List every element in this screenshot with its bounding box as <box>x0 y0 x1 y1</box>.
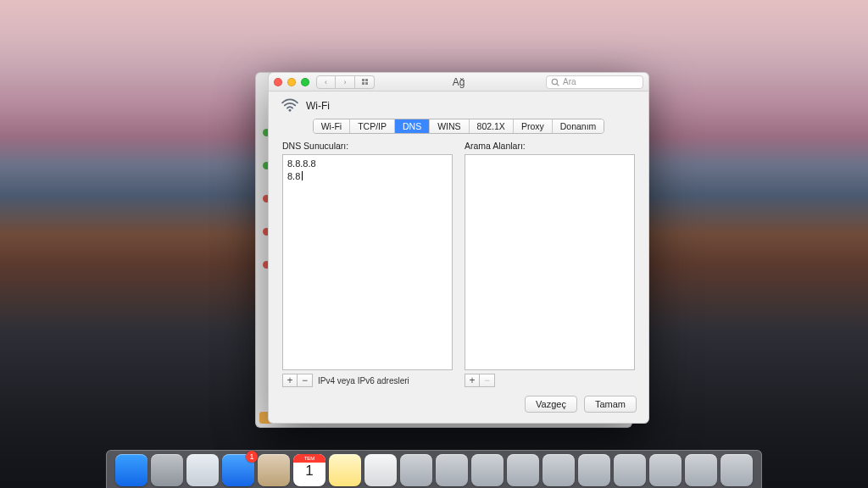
tab-proxy[interactable]: Proxy <box>514 119 553 133</box>
dock-contacts-icon[interactable] <box>258 454 290 486</box>
search-domains-list[interactable] <box>465 154 635 370</box>
search-placeholder: Ara <box>563 77 576 86</box>
desktop: ‹ › Ağ Ara Wi-Fi Wi-Fi TCP/IP DNS <box>0 0 868 488</box>
back-button[interactable]: ‹ <box>316 75 336 89</box>
interface-name: Wi-Fi <box>306 100 330 112</box>
dock-launchpad-icon[interactable] <box>151 454 183 486</box>
remove-search-domain-button[interactable]: − <box>480 374 495 387</box>
search-icon <box>551 78 559 86</box>
interface-header: Wi-Fi <box>269 92 648 117</box>
network-advanced-sheet: ‹ › Ağ Ara Wi-Fi Wi-Fi TCP/IP DNS <box>268 72 649 424</box>
dns-servers-column: DNS Sunucuları: 8.8.8.8 8.8 + − IPv4 vey… <box>282 141 453 387</box>
dns-server-entry-editing[interactable]: 8.8 <box>287 170 448 183</box>
tab-wins[interactable]: WINS <box>430 119 469 133</box>
dock-safari-icon[interactable] <box>186 454 219 486</box>
dns-servers-list[interactable]: 8.8.8.8 8.8 <box>282 154 453 370</box>
tab-8021x[interactable]: 802.1X <box>470 119 514 133</box>
toolbar-nav: ‹ › <box>316 75 375 89</box>
svg-point-2 <box>289 109 292 112</box>
tab-tcpip[interactable]: TCP/IP <box>350 119 395 133</box>
dock-calendar-icon[interactable]: TEM 1 <box>293 454 326 486</box>
tab-bar: Wi-Fi TCP/IP DNS WINS 802.1X Proxy Donan… <box>269 117 648 141</box>
dock-app-icon[interactable] <box>436 454 468 486</box>
search-field[interactable]: Ara <box>546 75 643 89</box>
search-domains-label: Arama Alanları: <box>465 141 635 151</box>
calendar-day: 1 <box>293 463 326 480</box>
zoom-button[interactable] <box>301 78 309 86</box>
dock-app-icon[interactable] <box>507 454 539 486</box>
dns-servers-label: DNS Sunucuları: <box>282 141 453 151</box>
close-button[interactable] <box>274 78 282 86</box>
dock-app-icon[interactable] <box>614 454 646 486</box>
dock-app-icon[interactable] <box>471 454 504 486</box>
dock: 1 TEM 1 <box>106 450 762 488</box>
ok-button[interactable]: Tamam <box>584 396 637 413</box>
dock-app-icon[interactable] <box>721 454 753 486</box>
add-dns-button[interactable]: + <box>282 374 298 387</box>
search-domains-column: Arama Alanları: + − <box>465 141 635 387</box>
tab-dns[interactable]: DNS <box>395 119 430 133</box>
forward-button[interactable]: › <box>336 75 355 89</box>
dns-server-entry[interactable]: 8.8.8.8 <box>287 158 448 170</box>
cancel-button[interactable]: Vazgeç <box>525 396 577 413</box>
svg-point-0 <box>552 79 557 84</box>
dock-finder-icon[interactable] <box>115 454 147 486</box>
add-search-domain-button[interactable]: + <box>465 374 480 387</box>
dock-mail-icon[interactable]: 1 <box>222 454 254 486</box>
dns-hint-label: IPv4 veya IPv6 adresleri <box>318 376 409 385</box>
svg-line-1 <box>557 83 559 86</box>
dock-app-icon[interactable] <box>685 454 717 486</box>
show-all-button[interactable] <box>355 75 375 89</box>
window-controls <box>274 78 309 86</box>
mail-badge: 1 <box>246 451 258 463</box>
calendar-month: TEM <box>293 454 326 463</box>
sheet-footer: Vazgeç Tamam <box>269 387 648 423</box>
wifi-icon <box>281 98 299 114</box>
dock-reminders-icon[interactable] <box>364 454 397 486</box>
remove-dns-button[interactable]: − <box>298 374 313 387</box>
dock-notes-icon[interactable] <box>329 454 361 486</box>
tab-wifi[interactable]: Wi-Fi <box>314 119 351 133</box>
tab-hardware[interactable]: Donanım <box>553 119 604 133</box>
dock-app-icon[interactable] <box>649 454 682 486</box>
dock-app-icon[interactable] <box>578 454 610 486</box>
dock-app-icon[interactable] <box>542 454 575 486</box>
text-cursor <box>302 171 303 180</box>
titlebar: ‹ › Ağ Ara <box>269 73 648 92</box>
dock-app-icon[interactable] <box>400 454 432 486</box>
minimize-button[interactable] <box>287 78 296 86</box>
